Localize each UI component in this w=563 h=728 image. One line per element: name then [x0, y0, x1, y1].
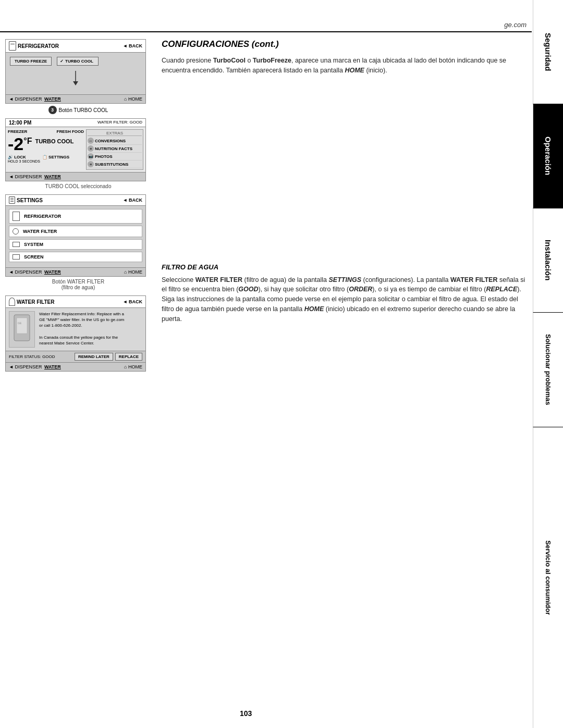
gecom-label: ge.com [504, 21, 527, 29]
extras-panel: EXTRAS ↔ CONVERSIONS ≡ NUTRITION FACTS 📷… [86, 129, 143, 170]
sidebar: Seguridad Operación Instalación Solucion… [533, 0, 563, 728]
screen2-water-filter: WATER FILTER: GOOD [97, 120, 142, 126]
home-left-panel: FREEZER FRESH FOOD -2°F TURBO COOL 🔊 [8, 129, 84, 170]
screen2-dispenser: ◄ DISPENSER WATER [9, 174, 61, 179]
screen3-dispenser: ◄ DISPENSER WATER [9, 269, 61, 275]
annotation1: 3 Botón TURBO COOL [5, 106, 151, 114]
extras-conversions[interactable]: ↔ CONVERSIONS [88, 137, 142, 145]
screen3-header: SETTINGS ◄ BACK [6, 195, 145, 206]
nutrition-icon: ≡ [88, 145, 94, 152]
freezer-label: FREEZER [8, 129, 27, 134]
filter-text-block: Water Filter Replacement Info: Replace w… [39, 311, 142, 348]
svg-text:GE: GE [18, 322, 22, 325]
screen1-home: ⌂ HOME [124, 96, 142, 102]
sidebar-operacion: Operación [533, 104, 563, 208]
photos-icon: 📷 [88, 153, 94, 159]
caption2: Botón WATER FILTER (filtro de agua) [5, 279, 151, 290]
screen2-header: 12:00 PM WATER FILTER: GOOD [6, 119, 145, 127]
lock-settings-row: 🔊 LOCK HOLD 3 SECONDS 📋 SETTINGS [8, 155, 84, 163]
screen3-footer: ◄ DISPENSER WATER ⌂ HOME [6, 267, 145, 276]
screen4-bottom-footer: ◄ DISPENSER WATER ⌂ HOME [6, 362, 145, 371]
substitutions-icon: ≡ [88, 161, 94, 167]
body-paragraph1: Cuando presione TurboCool o TurboFreeze,… [162, 56, 529, 76]
screen4-dispenser: ◄ DISPENSER WATER [9, 364, 61, 369]
arrow-annotation [60, 71, 91, 87]
screen4-back: ◄ BACK [123, 299, 142, 304]
screen4-home: ⌂ HOME [124, 364, 142, 369]
fresh-food-label: FRESH FOOD [57, 129, 84, 134]
screen3-title: SETTINGS [9, 196, 43, 204]
screen2-footer: ◄ DISPENSER WATER [6, 172, 145, 181]
temp-row: -2°F TURBO COOL [8, 135, 84, 153]
extras-nutrition[interactable]: ≡ NUTRITION FACTS [88, 145, 142, 153]
screen1-body: TURBO FREEZE ✓ TURBO COOL [6, 53, 145, 94]
filter-image: GE [9, 311, 35, 348]
settings-refrigerator[interactable]: REFRIGERATOR [9, 209, 142, 224]
screen4-body: GE Water Filter Replacement Info: Replac… [6, 308, 145, 351]
turbo-cool-display: TURBO COOL [35, 138, 74, 144]
screen4-container: WATER FILTER ◄ BACK GE Water Filter Repl… [5, 295, 151, 372]
right-column: CONFIGURACIONES (cont.) Cuando presione … [162, 39, 529, 324]
screen1-title: REFRIGERATOR [9, 41, 59, 51]
screen4-footer: FILTER STATUS: GOOD REMIND LATER REPLACE [6, 351, 145, 362]
sidebar-solucionar: Solucionar problemas [533, 313, 563, 427]
screen3-back: ◄ BACK [123, 198, 142, 203]
lock-btn[interactable]: 🔊 LOCK HOLD 3 SECONDS [8, 155, 40, 163]
screen2-container: 12:00 PM WATER FILTER: GOOD FREEZER FRES… [5, 118, 151, 189]
screen2: 12:00 PM WATER FILTER: GOOD FREEZER FRES… [5, 118, 146, 181]
settings-btn[interactable]: 📋 SETTINGS [42, 155, 69, 163]
top-divider [0, 31, 532, 32]
filtro-paragraph: Seleccione WATER FILTER (filtro de agua)… [162, 275, 529, 324]
sidebar-instalacion: Instalación [533, 208, 563, 313]
section-title: CONFIGURACIONES (cont.) [162, 39, 529, 50]
svg-marker-1 [73, 81, 78, 85]
page-number: 103 [240, 709, 252, 718]
screen2-time: 12:00 PM [9, 120, 31, 126]
turbo-freeze-btn[interactable]: TURBO FREEZE [10, 57, 52, 66]
annotation-number: 3 [48, 106, 57, 114]
filter-status: FILTER STATUS: GOOD [9, 354, 55, 359]
sidebar-servicio: Servicio al consumidor [533, 427, 563, 728]
annotation-text: Botón TURBO COOL [59, 107, 108, 113]
left-column: REFRIGERATOR ◄ BACK TURBO FREEZE ✓ TURBO… [5, 39, 151, 376]
screen1: REFRIGERATOR ◄ BACK TURBO FREEZE ✓ TURBO… [5, 39, 146, 104]
screen1-footer: ◄ DISPENSER WATER ⌂ HOME [6, 94, 145, 103]
settings-system[interactable]: SYSTEM [9, 239, 142, 250]
screen1-header: REFRIGERATOR ◄ BACK [6, 40, 145, 53]
home-labels: FREEZER FRESH FOOD [8, 129, 84, 134]
screen3-home: ⌂ HOME [124, 269, 142, 275]
settings-screen[interactable]: SCREEN [9, 252, 142, 262]
svg-rect-3 [17, 318, 27, 334]
turbo-buttons-row: TURBO FREEZE ✓ TURBO COOL [10, 57, 141, 66]
screen1-container: REFRIGERATOR ◄ BACK TURBO FREEZE ✓ TURBO… [5, 39, 151, 114]
extras-photos[interactable]: 📷 PHOTOS [88, 153, 142, 161]
turbo-cool-btn[interactable]: ✓ TURBO COOL [57, 57, 99, 66]
conversions-icon: ↔ [88, 138, 94, 144]
replace-btn[interactable]: REPLACE [115, 353, 142, 361]
filtro-section: FILTRO DE AGUA Seleccione WATER FILTER (… [162, 263, 529, 324]
screen3-body: REFRIGERATOR WATER FILTER SYSTEM SCREEN [6, 206, 145, 267]
screen3: SETTINGS ◄ BACK REFRIGERATOR WATER FILTE… [5, 194, 146, 277]
temperature-display: -2°F [8, 135, 32, 153]
filtro-title: FILTRO DE AGUA [162, 263, 529, 271]
screen2-body: FREEZER FRESH FOOD -2°F TURBO COOL 🔊 [6, 127, 145, 172]
settings-water-filter[interactable]: WATER FILTER [9, 226, 142, 237]
remind-later-btn[interactable]: REMIND LATER [75, 353, 113, 361]
sidebar-seguridad: Seguridad [533, 0, 563, 104]
checkmark-icon: ✓ [60, 59, 64, 64]
caption1: TURBO COOL seleccionado [5, 183, 151, 189]
screen4: WATER FILTER ◄ BACK GE Water Filter Repl… [5, 295, 146, 372]
screen1-back: ◄ BACK [123, 43, 142, 48]
screen1-dispenser: ◄ DISPENSER WATER [9, 96, 61, 102]
extras-substitutions[interactable]: ≡ SUBSTITUTIONS [88, 161, 142, 168]
screen4-title: WATER FILTER [9, 298, 54, 306]
screen4-header: WATER FILTER ◄ BACK [6, 296, 145, 308]
filter-action-buttons: REMIND LATER REPLACE [75, 353, 142, 361]
screen3-container: SETTINGS ◄ BACK REFRIGERATOR WATER FILTE… [5, 194, 151, 290]
